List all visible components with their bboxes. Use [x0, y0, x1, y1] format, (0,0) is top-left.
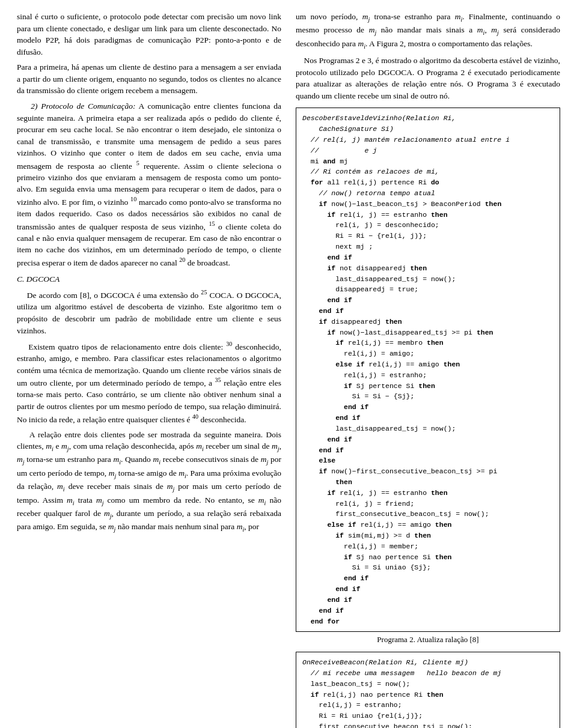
left-para-relation: A relação entre dois clientes pode ser m…: [17, 429, 281, 535]
right-para-2: Nos Programas 2 e 3, é mostrado o algori…: [296, 55, 560, 102]
left-section-c: C. DGCOCA: [17, 273, 281, 285]
right-column: um novo período, mj trona-se estranho pa…: [296, 11, 560, 728]
right-para-1: um novo período, mj trona-se estranho pa…: [296, 11, 560, 51]
code-block-1: DescoberEstaveldeVizinho(Relation Ri, Ca…: [296, 108, 560, 632]
left-para-dgcoca-2: Existem quatro tipos de relacionamento e…: [17, 340, 281, 425]
left-para-dgcoca-1: De acordo com [8], o DGCOCA é uma extens…: [17, 288, 281, 336]
page-container: sinal é curto o suficiente, o protocolo …: [0, 0, 577, 728]
left-para-1: sinal é curto o suficiente, o protocolo …: [17, 11, 281, 58]
left-para-2: Para a primeira, há apenas um cliente de…: [17, 61, 281, 97]
left-para-3: 2) Protocolo de Comunicação: A comunicaç…: [17, 100, 281, 268]
left-column: sinal é curto o suficiente, o protocolo …: [17, 11, 281, 728]
code-block-2: OnReceiveBeacon(Relation Ri, Cliente mj)…: [296, 652, 560, 728]
caption-program2: Programa 2. Atualiza ralação [8]: [296, 634, 560, 646]
